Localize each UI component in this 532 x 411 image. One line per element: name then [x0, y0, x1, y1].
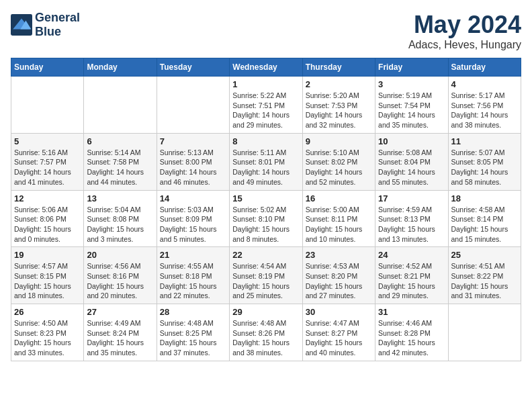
day-info: Sunrise: 5:19 AM Sunset: 7:54 PM Dayligh… — [378, 91, 445, 130]
calendar-cell: 17Sunrise: 4:59 AM Sunset: 8:13 PM Dayli… — [375, 190, 448, 247]
calendar-cell: 6Sunrise: 5:14 AM Sunset: 7:58 PM Daylig… — [84, 133, 157, 190]
logo-text: General Blue — [35, 11, 80, 39]
day-info: Sunrise: 4:58 AM Sunset: 8:14 PM Dayligh… — [451, 205, 518, 244]
logo-inner: General Blue — [11, 11, 80, 39]
day-number: 17 — [378, 193, 445, 203]
day-info: Sunrise: 5:14 AM Sunset: 7:58 PM Dayligh… — [87, 148, 153, 187]
day-number: 16 — [306, 193, 372, 203]
day-number: 31 — [378, 307, 445, 317]
day-number: 30 — [306, 307, 372, 317]
calendar-cell: 15Sunrise: 5:02 AM Sunset: 8:10 PM Dayli… — [230, 190, 302, 247]
calendar-cell: 21Sunrise: 4:55 AM Sunset: 8:18 PM Dayli… — [157, 247, 229, 304]
calendar-cell: 28Sunrise: 4:48 AM Sunset: 8:25 PM Dayli… — [157, 304, 229, 361]
logo: General Blue — [11, 11, 80, 39]
weekday-header-tuesday: Tuesday — [157, 58, 229, 77]
calendar-cell — [157, 77, 229, 134]
calendar-cell: 18Sunrise: 4:58 AM Sunset: 8:14 PM Dayli… — [448, 190, 521, 247]
calendar-cell: 3Sunrise: 5:19 AM Sunset: 7:54 PM Daylig… — [375, 77, 448, 134]
day-info: Sunrise: 5:06 AM Sunset: 8:06 PM Dayligh… — [14, 205, 81, 244]
calendar-cell: 14Sunrise: 5:03 AM Sunset: 8:09 PM Dayli… — [157, 190, 229, 247]
calendar-cell: 26Sunrise: 4:50 AM Sunset: 8:23 PM Dayli… — [11, 304, 84, 361]
day-info: Sunrise: 5:13 AM Sunset: 8:00 PM Dayligh… — [160, 148, 226, 187]
day-number: 21 — [160, 250, 226, 260]
day-number: 12 — [14, 193, 81, 203]
day-number: 19 — [14, 250, 81, 260]
logo-icon — [11, 14, 32, 36]
calendar-cell: 8Sunrise: 5:11 AM Sunset: 8:01 PM Daylig… — [230, 133, 302, 190]
calendar-cell: 7Sunrise: 5:13 AM Sunset: 8:00 PM Daylig… — [157, 133, 229, 190]
calendar-cell: 13Sunrise: 5:04 AM Sunset: 8:08 PM Dayli… — [84, 190, 157, 247]
calendar-cell: 19Sunrise: 4:57 AM Sunset: 8:15 PM Dayli… — [11, 247, 84, 304]
calendar-week-5: 26Sunrise: 4:50 AM Sunset: 8:23 PM Dayli… — [11, 304, 521, 361]
day-number: 25 — [451, 250, 518, 260]
page-header: General Blue May 2024 Adacs, Heves, Hung… — [11, 11, 521, 51]
calendar-cell: 2Sunrise: 5:20 AM Sunset: 7:53 PM Daylig… — [302, 77, 375, 134]
calendar-week-3: 12Sunrise: 5:06 AM Sunset: 8:06 PM Dayli… — [11, 190, 521, 247]
day-number: 11 — [451, 136, 518, 146]
day-info: Sunrise: 5:17 AM Sunset: 7:56 PM Dayligh… — [451, 91, 518, 130]
day-info: Sunrise: 5:04 AM Sunset: 8:08 PM Dayligh… — [87, 205, 153, 244]
day-number: 9 — [306, 136, 372, 146]
day-info: Sunrise: 4:59 AM Sunset: 8:13 PM Dayligh… — [378, 205, 445, 244]
calendar-cell: 20Sunrise: 4:56 AM Sunset: 8:16 PM Dayli… — [84, 247, 157, 304]
weekday-header-thursday: Thursday — [302, 58, 375, 77]
calendar-table: SundayMondayTuesdayWednesdayThursdayFrid… — [11, 58, 521, 361]
day-info: Sunrise: 5:22 AM Sunset: 7:51 PM Dayligh… — [232, 91, 299, 130]
calendar-cell: 12Sunrise: 5:06 AM Sunset: 8:06 PM Dayli… — [11, 190, 84, 247]
calendar-cell: 29Sunrise: 4:48 AM Sunset: 8:26 PM Dayli… — [230, 304, 302, 361]
day-number: 6 — [87, 136, 153, 146]
calendar-cell: 25Sunrise: 4:51 AM Sunset: 8:22 PM Dayli… — [448, 247, 521, 304]
day-number: 28 — [160, 307, 226, 317]
day-number: 18 — [451, 193, 518, 203]
calendar-cell: 16Sunrise: 5:00 AM Sunset: 8:11 PM Dayli… — [302, 190, 375, 247]
day-info: Sunrise: 4:55 AM Sunset: 8:18 PM Dayligh… — [160, 261, 226, 301]
calendar-cell: 11Sunrise: 5:07 AM Sunset: 8:05 PM Dayli… — [448, 133, 521, 190]
day-number: 5 — [14, 136, 81, 146]
weekday-header-monday: Monday — [84, 58, 157, 77]
day-info: Sunrise: 5:07 AM Sunset: 8:05 PM Dayligh… — [451, 148, 518, 187]
calendar-week-1: 1Sunrise: 5:22 AM Sunset: 7:51 PM Daylig… — [11, 77, 521, 134]
calendar-cell: 10Sunrise: 5:08 AM Sunset: 8:04 PM Dayli… — [375, 133, 448, 190]
calendar-cell: 22Sunrise: 4:54 AM Sunset: 8:19 PM Dayli… — [230, 247, 302, 304]
day-info: Sunrise: 5:10 AM Sunset: 8:02 PM Dayligh… — [306, 148, 372, 187]
weekday-header-friday: Friday — [375, 58, 448, 77]
day-number: 15 — [232, 193, 299, 203]
day-info: Sunrise: 4:49 AM Sunset: 8:24 PM Dayligh… — [87, 318, 153, 358]
calendar-cell — [11, 77, 84, 134]
day-number: 8 — [232, 136, 299, 146]
day-info: Sunrise: 4:54 AM Sunset: 8:19 PM Dayligh… — [232, 261, 299, 301]
day-number: 3 — [378, 79, 445, 89]
day-info: Sunrise: 5:02 AM Sunset: 8:10 PM Dayligh… — [232, 205, 299, 244]
day-info: Sunrise: 4:48 AM Sunset: 8:25 PM Dayligh… — [160, 318, 226, 358]
day-info: Sunrise: 4:51 AM Sunset: 8:22 PM Dayligh… — [451, 261, 518, 301]
calendar-cell: 4Sunrise: 5:17 AM Sunset: 7:56 PM Daylig… — [448, 77, 521, 134]
main-title: May 2024 — [408, 11, 521, 39]
day-info: Sunrise: 4:52 AM Sunset: 8:21 PM Dayligh… — [378, 261, 445, 301]
day-number: 1 — [232, 79, 299, 89]
day-info: Sunrise: 5:08 AM Sunset: 8:04 PM Dayligh… — [378, 148, 445, 187]
day-number: 14 — [160, 193, 226, 203]
day-number: 10 — [378, 136, 445, 146]
calendar-cell: 30Sunrise: 4:47 AM Sunset: 8:27 PM Dayli… — [302, 304, 375, 361]
day-info: Sunrise: 4:57 AM Sunset: 8:15 PM Dayligh… — [14, 261, 81, 301]
day-number: 13 — [87, 193, 153, 203]
day-number: 23 — [306, 250, 372, 260]
day-info: Sunrise: 4:46 AM Sunset: 8:28 PM Dayligh… — [378, 318, 445, 358]
day-info: Sunrise: 5:16 AM Sunset: 7:57 PM Dayligh… — [14, 148, 81, 187]
calendar-cell: 31Sunrise: 4:46 AM Sunset: 8:28 PM Dayli… — [375, 304, 448, 361]
weekday-header-wednesday: Wednesday — [230, 58, 302, 77]
day-info: Sunrise: 4:50 AM Sunset: 8:23 PM Dayligh… — [14, 318, 81, 358]
day-number: 2 — [306, 79, 372, 89]
calendar-cell: 1Sunrise: 5:22 AM Sunset: 7:51 PM Daylig… — [230, 77, 302, 134]
day-number: 24 — [378, 250, 445, 260]
day-info: Sunrise: 5:03 AM Sunset: 8:09 PM Dayligh… — [160, 205, 226, 244]
day-number: 22 — [232, 250, 299, 260]
day-number: 7 — [160, 136, 226, 146]
calendar-cell — [448, 304, 521, 361]
day-number: 26 — [14, 307, 81, 317]
weekday-header-saturday: Saturday — [448, 58, 521, 77]
weekday-header-sunday: Sunday — [11, 58, 84, 77]
calendar-week-4: 19Sunrise: 4:57 AM Sunset: 8:15 PM Dayli… — [11, 247, 521, 304]
day-info: Sunrise: 5:11 AM Sunset: 8:01 PM Dayligh… — [232, 148, 299, 187]
calendar-cell: 27Sunrise: 4:49 AM Sunset: 8:24 PM Dayli… — [84, 304, 157, 361]
